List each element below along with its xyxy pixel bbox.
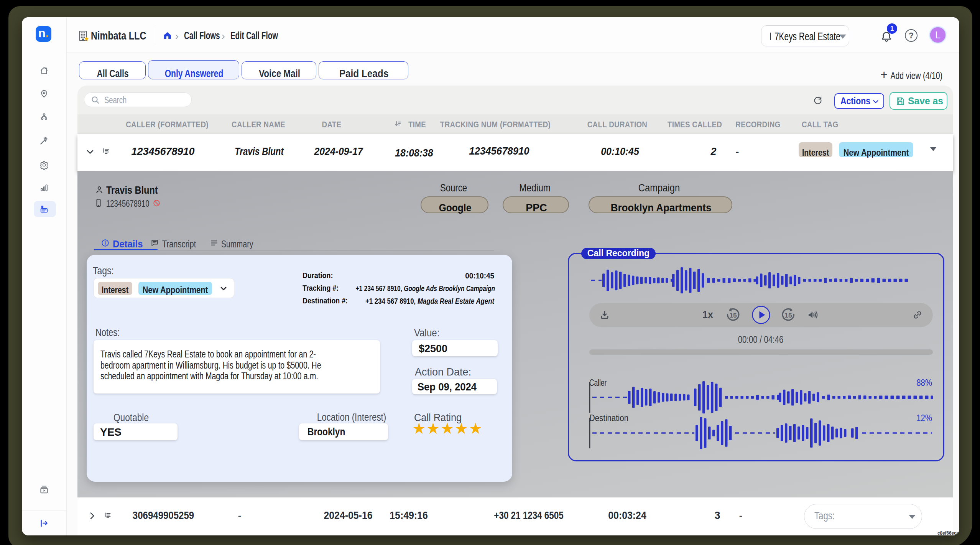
svg-text:15: 15 [729,311,737,319]
svg-text:15: 15 [784,311,792,319]
